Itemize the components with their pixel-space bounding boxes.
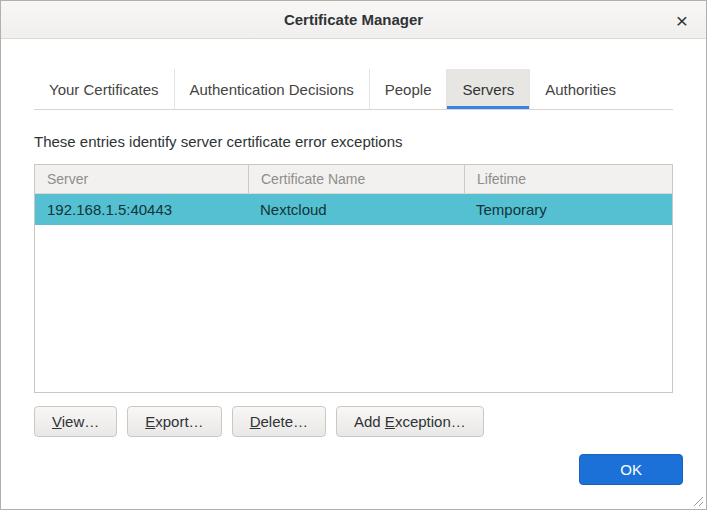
description-text: These entries identify server certificat… [34,133,673,150]
window-title: Certificate Manager [284,11,423,28]
titlebar[interactable]: Certificate Manager × [1,1,706,39]
table-row[interactable]: 192.168.1.5:40443 Nextcloud Temporary [35,194,672,225]
tab-label: Authorities [545,81,616,98]
tab-label: Authentication Decisions [190,81,354,98]
certificate-manager-dialog: Certificate Manager × Your Certificates … [0,0,707,510]
server-exceptions-table: Server Certificate Name Lifetime 192.168… [34,164,673,393]
add-exception-button[interactable]: Add Exception… [336,406,484,437]
delete-button[interactable]: Delete… [232,406,326,437]
tab-bar: Your Certificates Authentication Decisio… [34,69,673,110]
column-header-server[interactable]: Server [35,165,248,193]
tab-label: Your Certificates [49,81,159,98]
action-button-row: View… Export… Delete… Add Exception… [34,406,673,437]
tab-label: People [385,81,432,98]
cell-lifetime: Temporary [464,194,672,225]
view-button[interactable]: View… [34,406,117,437]
tab-people[interactable]: People [369,69,447,109]
cell-server: 192.168.1.5:40443 [35,194,248,225]
tab-your-certificates[interactable]: Your Certificates [34,69,174,109]
table-body: 192.168.1.5:40443 Nextcloud Temporary [35,194,672,392]
column-header-certificate-name[interactable]: Certificate Name [248,165,464,193]
column-header-lifetime[interactable]: Lifetime [464,165,672,193]
tab-authentication-decisions[interactable]: Authentication Decisions [174,69,369,109]
close-icon[interactable]: × [670,7,694,32]
cell-certificate-name: Nextcloud [248,194,464,225]
table-header-row: Server Certificate Name Lifetime [35,165,672,194]
ok-button[interactable]: OK [579,454,683,485]
tab-servers[interactable]: Servers [446,69,529,109]
tab-label: Servers [462,81,514,98]
tab-authorities[interactable]: Authorities [529,69,631,109]
dialog-footer: OK [579,454,683,485]
resize-grip-icon[interactable] [692,495,704,507]
export-button[interactable]: Export… [127,406,221,437]
